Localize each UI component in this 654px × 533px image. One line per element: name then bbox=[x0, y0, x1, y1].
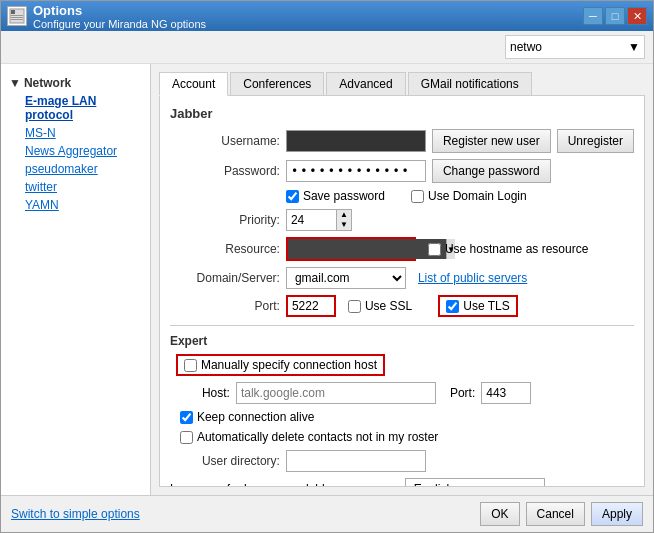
use-hostname-label: Use hostname as resource bbox=[445, 242, 588, 256]
language-select[interactable]: English bbox=[405, 478, 545, 487]
expert-port-input[interactable] bbox=[481, 382, 531, 404]
sidebar-item-yamn[interactable]: YAMN bbox=[9, 196, 142, 214]
user-dir-input[interactable] bbox=[286, 450, 426, 472]
svg-rect-1 bbox=[11, 10, 15, 14]
tabs-bar: Account Conferences Advanced GMail notif… bbox=[159, 72, 645, 96]
auto-delete-label: Automatically delete contacts not in my … bbox=[197, 430, 438, 444]
priority-row: Priority: ▲ ▼ bbox=[170, 209, 634, 231]
password-input[interactable] bbox=[286, 160, 426, 182]
save-password-checkbox[interactable] bbox=[286, 190, 299, 203]
priority-label: Priority: bbox=[170, 213, 280, 227]
use-hostname-group: Use hostname as resource bbox=[428, 242, 588, 256]
profile-dropdown[interactable]: netwo ▼ bbox=[505, 35, 645, 59]
sidebar-section-network: ▼ Network E-mage LAN protocol MS-N News … bbox=[1, 72, 150, 216]
use-ssl-checkbox[interactable] bbox=[348, 300, 361, 313]
domain-label: Domain/Server: bbox=[170, 271, 280, 285]
auto-delete-row: Automatically delete contacts not in my … bbox=[180, 430, 634, 444]
tab-advanced[interactable]: Advanced bbox=[326, 72, 405, 95]
port-label: Port: bbox=[170, 299, 280, 313]
priority-spinner-buttons: ▲ ▼ bbox=[336, 209, 352, 231]
priority-down-button[interactable]: ▼ bbox=[337, 220, 351, 230]
close-button[interactable]: ✕ bbox=[627, 7, 647, 25]
sidebar-group-network[interactable]: ▼ Network bbox=[9, 74, 142, 92]
titlebar-left: Options Configure your Miranda NG option… bbox=[7, 3, 206, 30]
cancel-button[interactable]: Cancel bbox=[526, 502, 585, 526]
titlebar-controls: ─ □ ✕ bbox=[583, 7, 647, 25]
keep-alive-checkbox[interactable] bbox=[180, 411, 193, 424]
domain-select[interactable]: gmail.com bbox=[286, 267, 406, 289]
resource-label: Resource: bbox=[170, 242, 280, 256]
use-ssl-label: Use SSL bbox=[365, 299, 412, 313]
ok-button[interactable]: OK bbox=[480, 502, 519, 526]
host-input[interactable] bbox=[236, 382, 436, 404]
window-title: Options bbox=[33, 3, 206, 18]
divider bbox=[170, 325, 634, 326]
save-password-group: Save password bbox=[286, 189, 385, 203]
options-window: Options Configure your Miranda NG option… bbox=[0, 0, 654, 533]
manual-host-row: Manually specify connection host bbox=[170, 354, 634, 376]
app-icon bbox=[7, 6, 27, 26]
list-of-servers-link[interactable]: List of public servers bbox=[418, 271, 527, 285]
svg-rect-2 bbox=[11, 15, 23, 16]
language-row: Language for human-readable resources: E… bbox=[170, 478, 634, 487]
auto-delete-checkbox[interactable] bbox=[180, 431, 193, 444]
language-label: Language for human-readable resources: bbox=[170, 482, 391, 487]
change-password-button[interactable]: Change password bbox=[432, 159, 551, 183]
save-password-label: Save password bbox=[303, 189, 385, 203]
password-label: Password: bbox=[170, 164, 280, 178]
use-hostname-checkbox[interactable] bbox=[428, 243, 441, 256]
register-button[interactable]: Register new user bbox=[432, 129, 551, 153]
expert-section: Expert Manually specify connection host … bbox=[170, 334, 634, 487]
title-text: Options Configure your Miranda NG option… bbox=[33, 3, 206, 30]
username-row: Username: Register new user Unregister bbox=[170, 129, 634, 153]
resource-dropdown-wrapper: ▼ bbox=[286, 237, 416, 261]
apply-button[interactable]: Apply bbox=[591, 502, 643, 526]
domain-row: Domain/Server: gmail.com List of public … bbox=[170, 267, 634, 289]
manual-host-wrapper: Manually specify connection host bbox=[176, 354, 385, 376]
jabber-section-title: Jabber bbox=[170, 106, 634, 121]
resource-input[interactable] bbox=[288, 239, 446, 259]
sidebar-item-msn[interactable]: MS-N bbox=[9, 124, 142, 142]
sidebar-item-emage[interactable]: E-mage LAN protocol bbox=[9, 92, 142, 124]
username-input[interactable] bbox=[286, 130, 426, 152]
user-dir-row: User directory: bbox=[170, 450, 634, 472]
unregister-button[interactable]: Unregister bbox=[557, 129, 634, 153]
bottom-bar: Switch to simple options OK Cancel Apply bbox=[1, 495, 653, 532]
priority-up-button[interactable]: ▲ bbox=[337, 210, 351, 220]
tab-gmail[interactable]: GMail notifications bbox=[408, 72, 532, 95]
priority-spinner: ▲ ▼ bbox=[286, 209, 352, 231]
keep-alive-row: Keep connection alive bbox=[180, 410, 634, 424]
svg-rect-4 bbox=[11, 19, 23, 20]
use-tls-label: Use TLS bbox=[463, 299, 509, 313]
password-options-row: Save password Use Domain Login bbox=[170, 189, 634, 203]
domain-login-group: Use Domain Login bbox=[411, 189, 527, 203]
tab-conferences[interactable]: Conferences bbox=[230, 72, 324, 95]
sidebar-group-label: Network bbox=[24, 76, 71, 90]
use-ssl-group: Use SSL bbox=[348, 299, 412, 313]
resource-row: Resource: ▼ Use hostname as resource bbox=[170, 237, 634, 261]
username-label: Username: bbox=[170, 134, 280, 148]
tab-account[interactable]: Account bbox=[159, 72, 228, 96]
priority-input[interactable] bbox=[286, 209, 336, 231]
sidebar-item-news[interactable]: News Aggregator bbox=[9, 142, 142, 160]
minimize-button[interactable]: ─ bbox=[583, 7, 603, 25]
use-domain-login-checkbox[interactable] bbox=[411, 190, 424, 203]
sidebar-item-pseudomaker[interactable]: pseudomaker bbox=[9, 160, 142, 178]
user-dir-label: User directory: bbox=[170, 454, 280, 468]
svg-rect-3 bbox=[11, 17, 23, 18]
port-input[interactable] bbox=[286, 295, 336, 317]
host-label: Host: bbox=[170, 386, 230, 400]
tab-panel: Jabber Username: Register new user Unreg… bbox=[159, 96, 645, 487]
titlebar: Options Configure your Miranda NG option… bbox=[1, 1, 653, 31]
password-row: Password: Change password bbox=[170, 159, 634, 183]
sidebar-item-twitter[interactable]: twitter bbox=[9, 178, 142, 196]
dropdown-arrow-icon: ▼ bbox=[628, 40, 640, 54]
maximize-button[interactable]: □ bbox=[605, 7, 625, 25]
window-subtitle: Configure your Miranda NG options bbox=[33, 18, 206, 30]
switch-to-simple-link[interactable]: Switch to simple options bbox=[11, 507, 140, 521]
expand-icon: ▼ bbox=[9, 76, 21, 90]
use-tls-wrapper: Use TLS bbox=[438, 295, 517, 317]
manual-host-checkbox[interactable] bbox=[184, 359, 197, 372]
use-tls-checkbox[interactable] bbox=[446, 300, 459, 313]
host-port-row: Host: Port: bbox=[170, 382, 634, 404]
